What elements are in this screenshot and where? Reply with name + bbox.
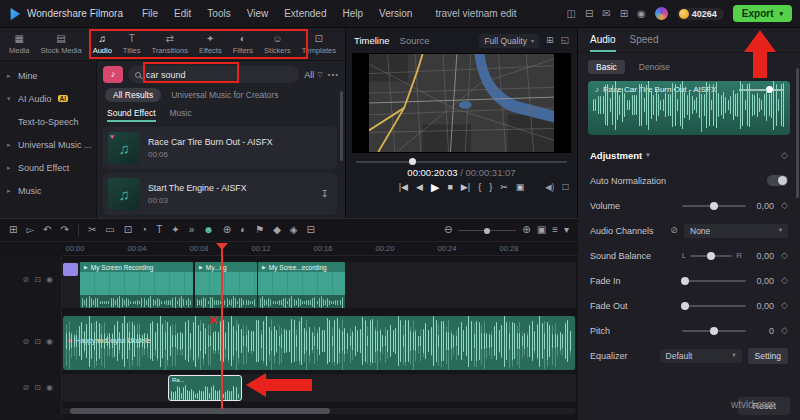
volume-slider[interactable] [682, 205, 746, 207]
coins-balance[interactable]: 40264 [677, 8, 724, 20]
track-list-icon[interactable]: ≡ [552, 225, 558, 235]
zoom-handle[interactable] [484, 228, 490, 234]
sidebar-item-universal-music[interactable]: ▸Universal Music ... [0, 133, 96, 156]
audio-track-2[interactable]: Ra... [62, 374, 576, 402]
menu-file[interactable]: File [135, 6, 165, 21]
more-options-icon[interactable]: ••• [328, 71, 339, 79]
audio-clip[interactable]: ♥HappyandJoyful Ukulele [63, 316, 575, 370]
timeline-zoom-slider[interactable] [458, 227, 516, 234]
sound-folder-button[interactable]: ♪ [103, 66, 123, 83]
audio-track-1[interactable]: ♥HappyandJoyful Ukulele [62, 316, 576, 370]
track-mute-icon[interactable]: ⊘ [23, 276, 30, 284]
track-lock-icon[interactable]: ⊡ [34, 338, 41, 346]
auto-normalization-toggle[interactable] [767, 175, 788, 186]
keyframe-icon[interactable]: ◇ [774, 276, 788, 285]
playhead[interactable] [221, 243, 223, 409]
split-icon[interactable]: ✂ [500, 183, 508, 192]
fit-timeline-icon[interactable]: ▣ [537, 225, 546, 235]
menu-extended[interactable]: Extended [277, 6, 333, 21]
text-tool-icon[interactable]: T [156, 225, 162, 235]
mark-in-icon[interactable]: { [478, 183, 481, 192]
keyframe-icon[interactable]: ◇ [774, 326, 788, 335]
sidebar-item-sound-effect[interactable]: ▸Sound Effect [0, 156, 96, 179]
zoom-out-icon[interactable]: ⊖ [444, 225, 452, 235]
compare-view-icon[interactable]: ◱ [560, 36, 569, 45]
balance-slider[interactable] [690, 255, 732, 257]
track-volume-icon[interactable]: ◉ [46, 338, 53, 346]
menu-version[interactable]: Version [372, 6, 419, 21]
track-mute-icon[interactable]: ⊘ [23, 384, 30, 392]
tab-media[interactable]: ▦Media [7, 34, 31, 55]
step-back-icon[interactable]: ◀ [416, 183, 423, 192]
delete-icon[interactable]: ▭ [105, 225, 114, 235]
filter-all-button[interactable]: All▽ [304, 70, 322, 80]
mark-out-icon[interactable]: } [489, 183, 492, 192]
video-viewport[interactable] [352, 53, 571, 153]
fade-in-slider[interactable] [682, 280, 746, 282]
tab-source-preview[interactable]: Source [400, 35, 430, 46]
screen-record-icon[interactable]: ◫ [566, 9, 575, 19]
tab-music[interactable]: Music [170, 108, 192, 122]
export-dropdown-icon[interactable]: ▾ [779, 10, 783, 17]
video-clip[interactable]: ▶My...ng [195, 262, 257, 308]
next-frame-icon[interactable]: ▶| [461, 183, 470, 192]
fullscreen-icon[interactable]: ☐ [561, 183, 569, 192]
quality-dropdown[interactable]: Full Quality▾ [479, 34, 539, 48]
marker-icon[interactable]: ⚑ [255, 225, 264, 235]
tab-audio-properties[interactable]: Audio [590, 28, 616, 52]
collapse-tracks-icon[interactable]: ⊟ [307, 225, 315, 235]
list-scrollbar[interactable] [340, 91, 343, 161]
stop-icon[interactable]: ■ [447, 183, 452, 192]
tab-universal-music-for-creators[interactable]: Universal Music for Creators [171, 90, 278, 100]
video-clip[interactable]: ▶My Screen Recording [80, 262, 193, 308]
tab-timeline-preview[interactable]: Timeline [354, 35, 390, 46]
track-mute-icon[interactable]: ⊘ [23, 338, 30, 346]
favorite-icon[interactable]: ♥ [110, 133, 114, 140]
track-volume-icon[interactable]: ◉ [46, 384, 53, 392]
record-voiceover-icon[interactable]: ◆ [273, 225, 281, 235]
timeline-hscroll-track[interactable] [62, 408, 576, 414]
more-tools-icon[interactable]: » [189, 225, 195, 235]
preview-seekbar[interactable] [356, 158, 567, 165]
grid-view-icon[interactable]: ⊞ [546, 36, 554, 45]
crop-icon[interactable]: ⊡ [124, 225, 132, 235]
audio-result-item[interactable]: ♫ Start The Engine - AISFX 00:03 ↧ [103, 173, 337, 215]
menu-help[interactable]: Help [335, 6, 370, 21]
media-asset-icon[interactable]: ⊞ [9, 225, 17, 235]
feedback-icon[interactable]: ✉ [602, 9, 610, 19]
adjustment-section-header[interactable]: Adjustment▾ ◇ [578, 143, 800, 168]
user-avatar[interactable] [655, 7, 668, 20]
speed-icon[interactable]: ◔ [141, 225, 147, 235]
playhead-handle[interactable] [216, 243, 228, 256]
equalizer-dropdown[interactable]: Default▾ [660, 349, 742, 363]
play-icon[interactable]: ▶ [431, 182, 439, 193]
layout-icon[interactable]: ⊟ [585, 9, 593, 19]
chevron-down-icon[interactable]: ▾ [564, 225, 569, 235]
ai-assistant-icon[interactable]: ☻ [203, 225, 214, 235]
snapshot-icon[interactable]: ▣ [516, 183, 525, 192]
title-clip[interactable] [63, 263, 78, 276]
notifications-icon[interactable]: ◉ [637, 9, 646, 19]
track-lock-icon[interactable]: ⊡ [34, 276, 41, 284]
menu-view[interactable]: View [240, 6, 276, 21]
keyframe-icon[interactable]: ◇ [774, 201, 788, 210]
tab-stock-media[interactable]: ▤Stock Media [38, 34, 83, 55]
keyframe-add-icon[interactable]: ⊕ [223, 225, 231, 235]
undo-icon[interactable]: ↶ [43, 225, 51, 235]
seek-handle[interactable] [409, 158, 416, 165]
video-clip[interactable]: ▶My Scree...ecording [258, 262, 345, 308]
video-track-1[interactable]: ▶My Screen Recording ▶My...ng ▶My Scree.… [62, 262, 576, 308]
track-lock-icon[interactable]: ⊡ [34, 384, 41, 392]
tab-speed[interactable]: Speed [630, 28, 659, 52]
fade-out-slider[interactable] [682, 305, 746, 307]
tab-denoise[interactable]: Denoise [633, 60, 676, 74]
mask-icon[interactable]: ◐ [240, 225, 246, 235]
pitch-slider[interactable] [682, 330, 746, 332]
apps-icon[interactable]: ⊞ [620, 9, 628, 19]
timeline-hscroll-handle[interactable] [70, 408, 330, 414]
timeline-ruler[interactable]: 00:00 00:04 00:08 00:12 00:16 00:20 00:2… [62, 242, 578, 256]
previous-frame-icon[interactable]: |◀ [399, 183, 408, 192]
sidebar-item-ai-audio[interactable]: ▾AI AudioAI [0, 87, 96, 110]
keyframe-icon[interactable]: ◇ [774, 151, 788, 160]
volume-icon[interactable]: ◀) [545, 183, 554, 192]
